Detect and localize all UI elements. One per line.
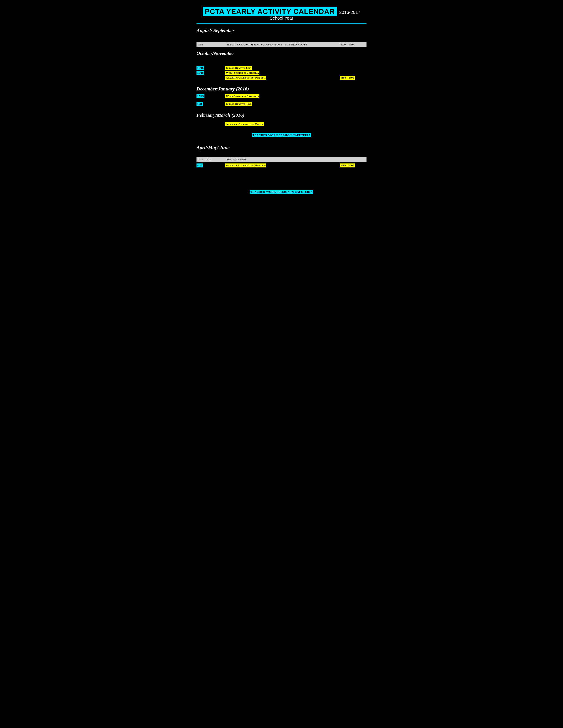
event-row-131: 1/31 End of Quarter Two (196, 102, 367, 106)
event-date-cell: 1/31 (196, 102, 225, 106)
event-label: Work Session in Cafeteria (225, 94, 259, 98)
event-date-cell: 11/18 (196, 71, 225, 75)
event-desc-cell: Academic Celebration( Period 4 (225, 163, 340, 167)
event-label: End of Quarter Two (225, 102, 252, 106)
section-oct-nov: October/November (196, 51, 367, 56)
event-desc-cell: Academic Celebration( Period 1 (225, 75, 340, 80)
event-date-cell: 4/26 (196, 163, 225, 167)
footer-event-label: TEACHER WORK SESSION IN CAFETERIA (250, 190, 313, 194)
event-teacher-work-session: TEACHER WORK SESSION CAFETERIA (196, 133, 367, 137)
table-row: 4/17 – 4/21 SPRING BREAK (196, 157, 367, 162)
event-date: 4/17 – 4/21 (196, 157, 225, 162)
page: PCTA YEARLY ACTIVITY CALENDAR 2016-2017 … (196, 7, 367, 249)
event-desc-cell: Work Session in Cafeteria (225, 94, 340, 98)
footer-event: TEACHER WORK SESSION IN CAFETERIA (196, 190, 367, 194)
event-label: Academic Celebration( Period (225, 122, 264, 126)
event-label: End of Quarter One (225, 66, 252, 70)
event-desc-cell: End of Quarter Two (225, 102, 340, 106)
event-row-acad1: Academic Celebration( Period 1 4:00 – 6:… (196, 75, 367, 80)
date-cyan: 1/31 (196, 102, 203, 106)
event-description: Skills USA Kickoff & parcc proficiency r… (225, 42, 338, 47)
table-row: 9/30 Skills USA Kickoff & parcc proficie… (196, 42, 367, 47)
time-label: 4:00 – 6:00 (340, 76, 355, 80)
title-container: PCTA YEARLY ACTIVITY CALENDAR 2016-2017 … (196, 7, 367, 22)
event-label: Academic Celebration( Period 4 (225, 163, 266, 167)
date-cyan: 4/26 (196, 163, 203, 167)
event-date-cell: 12/23 (196, 94, 225, 98)
section-apr-jun: April/May/ June (196, 145, 367, 150)
date-cyan: 11/16 (196, 66, 204, 70)
event-time-cell: 4:00 – 6:00 (340, 163, 367, 167)
date-cyan: 12/23 (196, 94, 204, 98)
title-divider (196, 23, 367, 24)
section-aug-sep: August/ September (196, 28, 367, 33)
section-feb-mar: February/March (2016) (196, 112, 367, 118)
time-label: 4:00 – 6:00 (340, 163, 355, 167)
event-desc-cell: Work Session in Cafeteria (225, 71, 340, 75)
event-row-1223: 12/23 Work Session in Cafeteria (196, 94, 367, 98)
date-cyan: 11/18 (196, 71, 204, 75)
event-description: SPRING BREAK (225, 157, 338, 162)
main-title: PCTA YEARLY ACTIVITY CALENDAR (203, 7, 337, 16)
event-desc-cell: End of Quarter One (225, 66, 340, 70)
event-time: 12:00 – 1:50 (338, 42, 367, 47)
event-date: 9/30 (196, 42, 225, 47)
event-label: Work Session in Cafeteria (225, 71, 259, 75)
event-date-cell: 11/16 (196, 66, 225, 70)
event-time-cell: 4:00 – 6:00 (340, 76, 367, 80)
event-row-426: 4/26 Academic Celebration( Period 4 4:00… (196, 163, 367, 167)
event-label: TEACHER WORK SESSION CAFETERIA (252, 133, 311, 137)
event-row-1118: 11/18 Work Session in Cafeteria (196, 71, 367, 75)
event-table-spring-break: 4/17 – 4/21 SPRING BREAK (196, 157, 367, 162)
event-row-1116: 11/16 End of Quarter One (196, 66, 367, 70)
event-label: Academic Celebration( Period 1 (225, 76, 266, 80)
event-time (338, 157, 367, 162)
section-dec-jan: December/January (2016) (196, 86, 367, 92)
event-row-acad-period: Academic Celebration( Period (225, 122, 367, 126)
event-table-aug-sep: 9/30 Skills USA Kickoff & parcc proficie… (196, 42, 367, 47)
